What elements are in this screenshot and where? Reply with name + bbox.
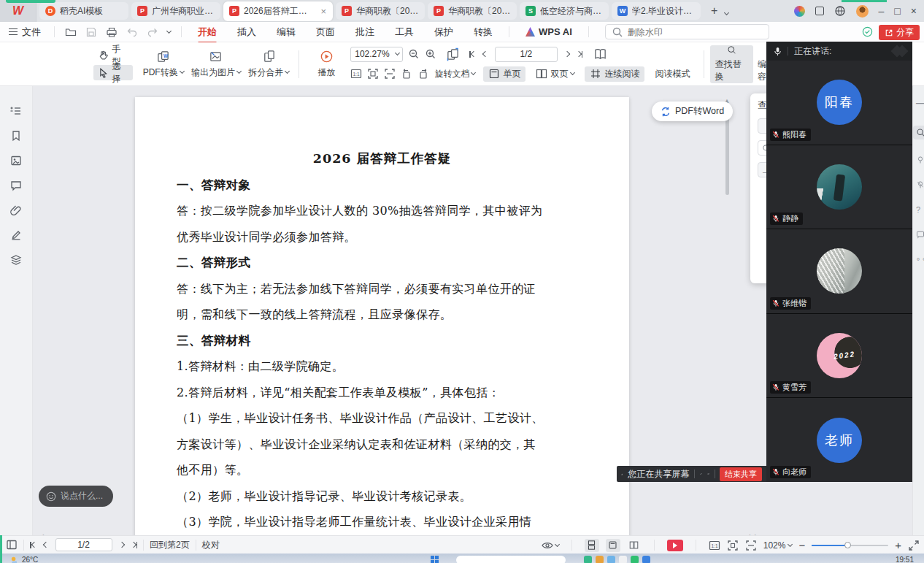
fit-page-icon[interactable] xyxy=(367,68,379,80)
single-page-button[interactable]: 单页 xyxy=(483,66,525,82)
taskbar-app-icon[interactable] xyxy=(607,556,615,563)
annotation-disabled-icon[interactable] xyxy=(700,469,702,479)
prev-page-button[interactable] xyxy=(482,51,488,57)
split-merge-button[interactable]: 拆分合并 xyxy=(245,45,293,83)
minimize-button[interactable]: – xyxy=(879,6,885,16)
double-page-view-button[interactable] xyxy=(627,539,642,552)
participant-tile[interactable]: 2022 黄雪芳 xyxy=(766,314,912,398)
pin-off-icon[interactable] xyxy=(916,180,924,189)
next-page-button[interactable] xyxy=(118,542,124,548)
fit-page-icon[interactable] xyxy=(727,540,739,551)
weather-widget[interactable]: 26°C xyxy=(10,556,38,563)
fit-width-icon[interactable] xyxy=(745,540,757,551)
fit-width-icon[interactable] xyxy=(384,68,396,80)
thumbnail-panel-icon[interactable] xyxy=(10,155,22,166)
first-page-button[interactable] xyxy=(30,542,36,548)
swap-pages-icon[interactable] xyxy=(446,47,460,61)
tab-pdf-2[interactable]: P 华商职教〔2025〕95 xyxy=(336,2,425,20)
proofread-button[interactable]: 校对 xyxy=(202,539,220,551)
workspace-icon[interactable] xyxy=(815,7,824,15)
taskbar-app-icon[interactable] xyxy=(619,556,627,563)
double-page-button[interactable]: 双页 xyxy=(531,66,580,82)
tab-list-caret-icon[interactable] xyxy=(723,3,730,19)
tab-word[interactable]: W 学2.毕业设计封面及 xyxy=(612,2,701,20)
tab-docer-template[interactable]: D 稻壳AI模板 xyxy=(39,2,128,20)
page-number-field[interactable]: 1/2 xyxy=(495,47,558,62)
menu-page[interactable]: 页面 xyxy=(316,26,335,39)
find-replace-button[interactable]: 查找替换 xyxy=(710,45,753,83)
pdf-to-word-button[interactable]: PDF转Word xyxy=(652,102,733,121)
rotate-left-icon[interactable] xyxy=(401,68,412,80)
participant-tile[interactable]: 阳春 熊阳春 xyxy=(766,61,912,145)
menu-comment[interactable]: 批注 xyxy=(355,26,374,39)
taskbar-app-icon[interactable] xyxy=(584,556,592,563)
zoom-out-icon[interactable] xyxy=(408,48,420,60)
theme-icon[interactable] xyxy=(794,6,805,17)
taskbar-search[interactable] xyxy=(456,556,566,563)
help-icon[interactable]: ? xyxy=(913,205,920,214)
search-input[interactable] xyxy=(628,27,744,37)
tab-pdf-1[interactable]: P 广州华商职业学院毕业 xyxy=(131,2,220,20)
close-window-button[interactable]: × xyxy=(911,6,917,16)
taskbar-app-icon[interactable] xyxy=(596,556,604,563)
close-tab-icon[interactable]: × xyxy=(320,6,327,17)
quickbar-caret-icon[interactable] xyxy=(166,28,172,33)
rotate-right-icon[interactable] xyxy=(417,68,429,80)
menu-convert[interactable]: 转换 xyxy=(474,26,493,39)
menu-protect[interactable]: 保护 xyxy=(434,26,453,39)
tab-active-document[interactable]: P 2026届答辩工作答 × xyxy=(223,1,333,21)
meeting-panel-header[interactable]: 正在讲话: xyxy=(766,42,912,61)
tab-sheet[interactable]: S 低空经济与商务学院毕 xyxy=(520,2,609,20)
participant-tile[interactable]: 张维锴 xyxy=(766,229,912,313)
annotate-pen-icon[interactable] xyxy=(10,229,22,241)
status-page-field[interactable]: 1/2 xyxy=(55,538,112,551)
single-page-view-button[interactable] xyxy=(606,539,620,552)
presentation-play-button[interactable] xyxy=(667,540,683,551)
zoom-level-dropdown[interactable]: 102% xyxy=(763,540,793,551)
user-avatar[interactable] xyxy=(856,5,869,18)
next-page-button[interactable] xyxy=(564,51,570,57)
continuous-view-button[interactable] xyxy=(585,539,599,552)
taskbar-app-icon[interactable] xyxy=(642,556,650,563)
pdf-page[interactable]: 2026 届答辩工作答疑 一、答辩对象 答：按二级学院参加毕业设计人数的 30%… xyxy=(135,97,629,535)
zoom-slider[interactable] xyxy=(812,545,888,546)
bookmark-panel-icon[interactable] xyxy=(10,130,22,142)
menu-edit[interactable]: 编辑 xyxy=(277,26,296,39)
play-button[interactable]: 播放 xyxy=(305,45,347,83)
menu-insert[interactable]: 插入 xyxy=(237,26,256,39)
actual-size-icon[interactable]: 1:1 xyxy=(709,540,720,551)
share-button[interactable]: 分享 xyxy=(879,25,920,40)
start-button[interactable] xyxy=(431,556,439,563)
read-mode-button[interactable]: 阅读模式 xyxy=(650,66,695,82)
more-dots-icon[interactable]: ∘∘ xyxy=(913,255,924,263)
menu-tools[interactable]: 工具 xyxy=(395,26,414,39)
panel-search-icon[interactable] xyxy=(913,126,924,139)
outline-panel-icon[interactable] xyxy=(10,105,22,117)
redo-icon[interactable] xyxy=(147,26,158,38)
wps-home-button[interactable]: W xyxy=(0,0,36,22)
zoom-in-icon[interactable] xyxy=(425,48,436,60)
view-options-button[interactable] xyxy=(542,541,559,550)
last-page-button[interactable] xyxy=(577,51,583,58)
continuous-read-button[interactable]: 连续阅读 xyxy=(585,66,644,82)
rotate-doc-button[interactable]: 旋转文档 xyxy=(434,68,475,80)
zoom-in-button[interactable]: + xyxy=(895,539,901,551)
meeting-chat-input[interactable]: 说点什么... xyxy=(39,486,113,507)
menu-home[interactable]: 开始 xyxy=(198,26,217,39)
book-icon[interactable] xyxy=(593,47,607,61)
open-folder-icon[interactable] xyxy=(65,26,77,38)
attachments-panel-icon[interactable] xyxy=(10,204,22,216)
last-page-button[interactable] xyxy=(131,542,138,548)
pin-icon[interactable] xyxy=(916,156,924,164)
prev-page-button[interactable] xyxy=(42,542,48,548)
pdf-convert-button[interactable]: W PDF转换 xyxy=(139,45,187,83)
select-tool-button[interactable]: 选择 xyxy=(93,65,133,80)
globe-icon[interactable] xyxy=(834,5,846,17)
zoom-slider-knob[interactable] xyxy=(844,542,851,548)
export-image-button[interactable]: 输出为图片 xyxy=(188,45,245,83)
first-page-button[interactable] xyxy=(469,51,476,58)
tab-pdf-3[interactable]: P 华商职教〔2025〕96 xyxy=(428,2,517,20)
actual-size-icon[interactable]: 1:1 xyxy=(350,68,362,80)
new-tab-button[interactable]: + xyxy=(708,4,720,18)
back-to-page-button[interactable]: 回到第2页 xyxy=(150,539,190,551)
